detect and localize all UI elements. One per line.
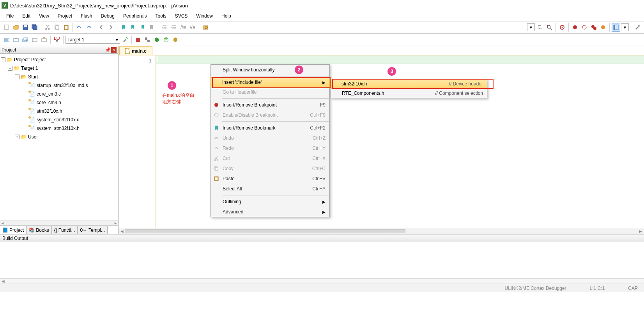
context-menu-item[interactable]: Select AllCtrl+A: [211, 184, 329, 194]
pack-installer-icon[interactable]: [171, 36, 180, 44]
tree-group-start[interactable]: − 📂 Start: [1, 73, 117, 81]
select-packs-icon[interactable]: [162, 36, 170, 44]
menu-window[interactable]: Window: [192, 12, 217, 20]
menu-peripherals[interactable]: Peripherals: [119, 12, 151, 20]
submenu-item-rte[interactable]: RTE_Components.h // Component selection: [331, 88, 487, 98]
menu-debug[interactable]: Debug: [97, 12, 119, 20]
menu-project[interactable]: Project: [54, 12, 76, 20]
menu-flash[interactable]: Flash: [77, 12, 96, 20]
find-in-files-icon[interactable]: [201, 23, 210, 32]
manage-rte-icon[interactable]: [152, 36, 161, 44]
tree-file[interactable]: 📄core_cm3.h: [1, 98, 117, 107]
tab-books[interactable]: 📚Books: [27, 226, 51, 234]
debug-start-icon[interactable]: [558, 23, 566, 32]
menu-file[interactable]: File: [2, 12, 18, 20]
tree-file[interactable]: 📄core_cm3.c: [1, 90, 117, 98]
tree-file[interactable]: 📄startup_stm32f10x_md.s: [1, 81, 117, 90]
save-icon[interactable]: [21, 23, 30, 32]
tab-functions[interactable]: {}Functi...: [52, 226, 78, 234]
expander-icon[interactable]: −: [8, 66, 12, 71]
tree-group-label: Start: [28, 74, 38, 80]
new-file-icon[interactable]: [2, 23, 11, 32]
context-menu-item[interactable]: Insert/Remove BookmarkCtrl+F2: [211, 123, 329, 133]
tab-project[interactable]: 📘Project: [0, 226, 27, 234]
project-panel-header: Project 📌 ✕: [0, 46, 118, 54]
configure-icon[interactable]: [633, 23, 642, 32]
paste-icon[interactable]: [62, 23, 71, 32]
indent-icon[interactable]: [160, 23, 169, 32]
window-layout-icon[interactable]: [612, 23, 620, 32]
target-options-icon[interactable]: [121, 36, 129, 44]
context-menu: Split Window horizontallyInsert '#includ…: [211, 64, 330, 217]
context-menu-item: RedoCtrl+Y: [211, 143, 329, 153]
bookmark-clear-icon[interactable]: [147, 23, 156, 32]
nav-back-icon[interactable]: [97, 23, 106, 32]
menu-tools[interactable]: Tools: [152, 12, 170, 20]
menu-help[interactable]: Help: [218, 12, 235, 20]
redo-icon[interactable]: [84, 23, 93, 32]
context-menu-item[interactable]: Advanced▶: [211, 207, 329, 217]
tab-templates[interactable]: 0→Templ...: [78, 226, 108, 234]
context-menu-shortcut: F9: [320, 102, 326, 108]
context-menu-item[interactable]: Split Window horizontally: [211, 65, 329, 75]
layout-dropdown[interactable]: ▾: [621, 23, 629, 31]
bookmark-prev-icon[interactable]: [129, 23, 137, 32]
menu-view[interactable]: View: [35, 12, 53, 20]
panel-hscroll[interactable]: ◄►: [0, 220, 118, 225]
tree-file[interactable]: 📄system_stm32f10x.h: [1, 124, 117, 133]
context-menu-item[interactable]: Insert '#include file'▶: [211, 77, 330, 87]
breakpoint-icon: [213, 102, 219, 108]
editor-hscroll[interactable]: ◄►: [119, 228, 644, 234]
cut-icon[interactable]: [43, 23, 52, 32]
context-menu-item[interactable]: PasteCtrl+V: [211, 174, 329, 184]
file-icon: 📄: [29, 91, 35, 97]
find-icon[interactable]: [536, 23, 544, 32]
svg-point-18: [562, 27, 563, 28]
copy-icon[interactable]: [53, 23, 61, 32]
comment-icon[interactable]: //≡: [179, 23, 188, 32]
context-menu-item: Enable/Disable BreakpointCtrl+F9: [211, 110, 329, 120]
build-icon[interactable]: [12, 36, 20, 44]
manage-multi-project-icon[interactable]: [143, 36, 152, 44]
menu-edit[interactable]: Edit: [18, 12, 34, 20]
context-menu-item[interactable]: Outlining▶: [211, 197, 329, 207]
outdent-icon[interactable]: [170, 23, 178, 32]
save-all-icon[interactable]: [30, 23, 39, 32]
context-menu-item[interactable]: Insert/Remove BreakpointF9: [211, 100, 329, 110]
rebuild-icon[interactable]: [21, 36, 30, 44]
batch-build-icon[interactable]: [30, 36, 39, 44]
nav-forward-icon[interactable]: [106, 23, 115, 32]
editor-tab-main-c[interactable]: main.c: [119, 46, 152, 55]
breakpoint-disable-icon[interactable]: [580, 23, 589, 32]
file-extensions-icon[interactable]: [134, 36, 142, 44]
tree-file[interactable]: 📄system_stm32f10x.c: [1, 115, 117, 124]
tree-target[interactable]: − 📁 Target 1: [1, 64, 117, 73]
tree-root[interactable]: − 📁 Project: Project: [1, 55, 117, 64]
uncomment-icon[interactable]: //≡: [188, 23, 197, 32]
menu-svcs[interactable]: SVCS: [171, 12, 192, 20]
download-icon[interactable]: LOAD: [53, 36, 61, 44]
breakpoint-disable-all-icon[interactable]: [599, 23, 607, 32]
expander-icon[interactable]: +: [15, 135, 19, 139]
project-tree[interactable]: − 📁 Project: Project − 📁 Target 1 − 📂 St…: [0, 54, 118, 220]
expander-icon[interactable]: −: [15, 75, 19, 79]
stop-build-icon[interactable]: [40, 36, 48, 44]
find-combo[interactable]: ▾: [527, 23, 535, 31]
expander-icon[interactable]: −: [1, 57, 5, 62]
open-icon[interactable]: [12, 23, 20, 32]
breakpoint-kill-icon[interactable]: [589, 23, 598, 32]
undo-icon[interactable]: [75, 23, 83, 32]
bookmark-toggle-icon[interactable]: [119, 23, 128, 32]
tree-group-user[interactable]: + 📁 User: [1, 133, 117, 141]
bookmark-next-icon[interactable]: [138, 23, 147, 32]
target-selector[interactable]: Target 1▾: [65, 36, 120, 44]
incremental-find-icon[interactable]: [545, 23, 554, 32]
close-icon[interactable]: ✕: [111, 47, 117, 53]
translate-icon[interactable]: [2, 36, 11, 44]
build-output-hscroll[interactable]: ◄: [0, 278, 644, 284]
breakpoint-insert-icon[interactable]: [571, 23, 579, 32]
build-output-body[interactable]: [0, 242, 644, 278]
submenu-item-stm32f10x[interactable]: stm32f10x.h // Device header: [331, 79, 487, 89]
pin-icon[interactable]: 📌: [105, 47, 110, 53]
tree-file[interactable]: 📄stm32f10x.h: [1, 107, 117, 115]
